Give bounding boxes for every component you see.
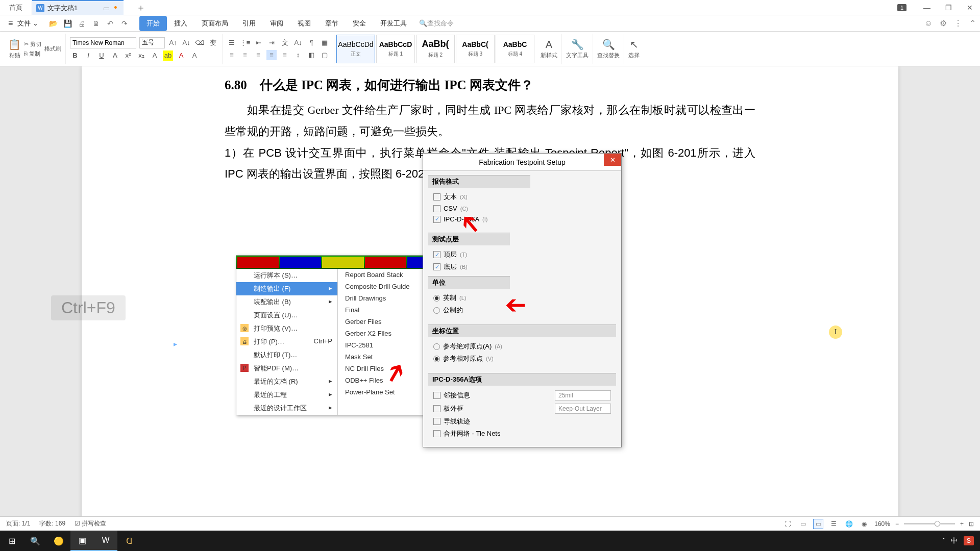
ctx-item-default-print[interactable]: 默认打印 (T)…: [236, 348, 337, 362]
select-button[interactable]: ↖选择: [628, 38, 640, 59]
tab-insert[interactable]: 插入: [167, 16, 194, 31]
bullets-button[interactable]: ☰: [227, 38, 237, 48]
save-icon[interactable]: 💾: [63, 19, 72, 28]
ctx-item-print-preview[interactable]: ◎打印预览 (V)…: [236, 322, 337, 335]
tab-view[interactable]: 视图: [290, 16, 318, 31]
find-replace-button[interactable]: 🔍查找替换: [597, 38, 620, 59]
fit-page-button[interactable]: ⊡: [969, 520, 974, 528]
dialog-close-button[interactable]: ✕: [604, 154, 621, 166]
radio-imperial[interactable]: 英制 (L): [433, 292, 505, 304]
decrease-font-button[interactable]: A↓: [181, 38, 191, 48]
ctx-item-recent-workspaces[interactable]: 最近的设计工作区▸: [236, 402, 337, 415]
radio-relative-origin[interactable]: 参考相对原点 (V): [433, 353, 611, 365]
ctx-item-recent-projects[interactable]: 最近的工程▸: [236, 388, 337, 402]
radio-absolute-origin[interactable]: 参考绝对原点(A) (A): [433, 340, 611, 353]
app1-button[interactable]: ▣: [70, 531, 94, 551]
clear-format-button[interactable]: ⌫: [194, 38, 205, 48]
outline-view-button[interactable]: ☰: [828, 519, 839, 529]
sort-button[interactable]: A↓: [293, 38, 303, 48]
align-left-button[interactable]: ≡: [227, 50, 237, 60]
app2-button[interactable]: ᗡ: [117, 531, 141, 551]
increase-font-button[interactable]: A↑: [168, 38, 178, 48]
tab-reference[interactable]: 引用: [235, 16, 263, 31]
ctx-item-page-setup[interactable]: 页面设置 (U)…: [236, 309, 337, 322]
radio-metric[interactable]: 公制的: [433, 304, 505, 316]
outline-layer-select[interactable]: [555, 404, 611, 414]
align-justify-button[interactable]: ≡: [266, 50, 277, 60]
home-tab[interactable]: 首页: [0, 0, 32, 15]
checkbox-bottom-layer[interactable]: ✓底层 (B): [433, 261, 505, 273]
ctx-item-asm-output[interactable]: 装配输出 (B)▸: [236, 295, 337, 309]
format-painter-button[interactable]: 格式刷: [44, 45, 61, 53]
cut-button[interactable]: ✂剪切: [24, 40, 41, 48]
numbering-button[interactable]: ⋮≡: [240, 38, 250, 48]
command-search[interactable]: 🔍 查找命令: [419, 19, 454, 28]
checkbox-csv[interactable]: CSV (C): [433, 203, 525, 214]
fullscreen-view-button[interactable]: ⛶: [782, 519, 793, 529]
tab-security[interactable]: 安全: [346, 16, 373, 31]
tray-ime-label[interactable]: 中: [951, 536, 958, 545]
tray-expand-icon[interactable]: ˆ: [943, 537, 945, 545]
minimize-button[interactable]: —: [917, 0, 937, 15]
zoom-handle[interactable]: [935, 521, 940, 527]
document-tab[interactable]: W 文字文稿1 ▭ •: [32, 0, 124, 15]
tab-devtools[interactable]: 开发工具: [373, 16, 414, 31]
ctx-item-fab-output[interactable]: 制造输出 (F)▸: [236, 282, 337, 295]
wps-button[interactable]: W: [94, 531, 117, 551]
checkbox-merge-nets[interactable]: 合并网络 - Tie Nets: [433, 428, 611, 440]
ctx-item-recent-docs[interactable]: 最近的文档 (R)▸: [236, 375, 337, 388]
copy-button[interactable]: ⎘复制: [24, 50, 41, 58]
zoom-slider[interactable]: [904, 523, 955, 524]
checkbox-board-outline[interactable]: 板外框: [433, 402, 611, 415]
notification-badge[interactable]: 1: [897, 4, 906, 11]
borders-button[interactable]: ▢: [320, 50, 330, 60]
bold-button[interactable]: B: [70, 51, 80, 61]
shading-button[interactable]: ◧: [306, 50, 316, 60]
read-view-button[interactable]: ▭: [798, 519, 808, 529]
style-heading4[interactable]: AaBbC标题 4: [496, 35, 534, 63]
zoom-in-button[interactable]: +: [960, 520, 964, 528]
search-button[interactable]: 🔍: [23, 531, 47, 551]
tab-review[interactable]: 审阅: [263, 16, 290, 31]
italic-button[interactable]: I: [83, 51, 93, 61]
feedback-icon[interactable]: ☺: [924, 19, 933, 28]
font-name-select[interactable]: [70, 37, 136, 48]
status-spellcheck[interactable]: ☑ 拼写检查: [75, 519, 106, 528]
eye-protect-button[interactable]: ◉: [859, 519, 869, 529]
ctx-item-print[interactable]: 🖨打印 (P)…Ctrl+P: [236, 335, 337, 348]
style-heading1[interactable]: AaBbCcD标题 1: [376, 35, 415, 63]
zoom-out-button[interactable]: −: [895, 520, 899, 528]
style-normal[interactable]: AaBbCcDd正文: [336, 35, 375, 63]
text-effects-button[interactable]: A: [150, 51, 160, 61]
ctx-item-smart-pdf[interactable]: P智能PDF (M)…: [236, 362, 337, 375]
start-button[interactable]: ⊞: [0, 531, 23, 551]
document-page[interactable]: 6.80 什么是 IPC 网表，如何进行输出 IPC 网表文件？ 如果在提交 G…: [82, 66, 898, 532]
tab-options-icon[interactable]: ▭: [103, 4, 110, 12]
page-view-button[interactable]: ▭: [813, 519, 823, 529]
decrease-indent-button[interactable]: ⇤: [253, 38, 263, 48]
increase-indent-button[interactable]: ⇥: [266, 38, 277, 48]
char-shading-button[interactable]: A: [189, 51, 200, 61]
open-icon[interactable]: 📂: [48, 19, 58, 28]
zoom-level[interactable]: 160%: [874, 520, 890, 528]
show-marks-button[interactable]: ¶: [306, 38, 316, 48]
web-view-button[interactable]: 🌐: [844, 519, 854, 529]
insert-table-button[interactable]: ▦: [320, 38, 330, 48]
checkbox-text[interactable]: 文本 (X): [433, 191, 525, 203]
align-right-button[interactable]: ≡: [253, 50, 263, 60]
tab-start[interactable]: 开始: [139, 16, 167, 31]
paste-button[interactable]: 📋 粘贴: [8, 38, 21, 59]
checkbox-traces[interactable]: 导线轨迹: [433, 415, 611, 428]
subscript-button[interactable]: x₂: [136, 51, 146, 61]
file-menu[interactable]: 文件 ⌄: [4, 18, 42, 29]
maximize-button[interactable]: ❐: [938, 0, 959, 15]
status-word-count[interactable]: 字数: 169: [39, 519, 65, 528]
chrome-button[interactable]: 🟡: [47, 531, 70, 551]
new-style-button[interactable]: A新样式: [541, 39, 557, 59]
print-preview-icon[interactable]: 🗎: [91, 19, 101, 28]
tab-page-layout[interactable]: 页面布局: [194, 16, 235, 31]
checkbox-adjacency[interactable]: 邻接信息: [433, 389, 611, 402]
redo-icon[interactable]: ↷: [120, 19, 129, 28]
highlight-button[interactable]: ab: [163, 51, 173, 61]
line-spacing-button[interactable]: ↕: [293, 50, 303, 60]
